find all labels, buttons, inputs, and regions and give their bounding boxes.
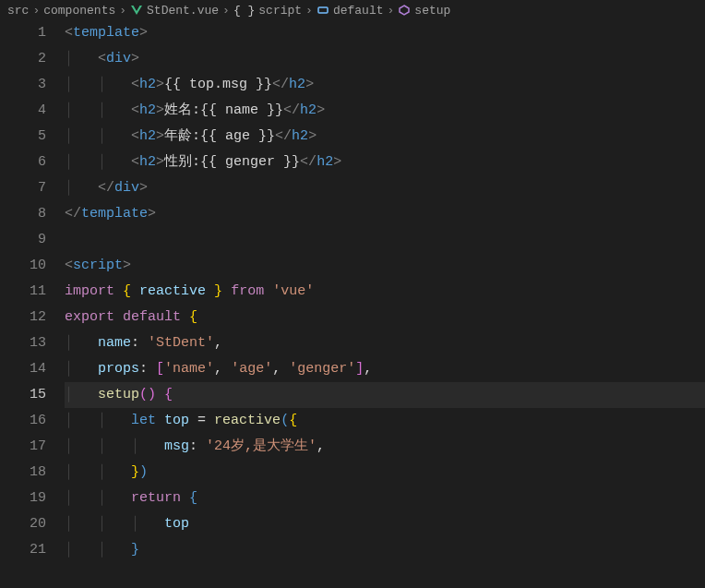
line-number: 11 bbox=[0, 279, 46, 305]
line-number: 18 bbox=[0, 460, 46, 486]
method-icon bbox=[398, 4, 411, 17]
code-line[interactable]: │ </div> bbox=[65, 175, 705, 201]
line-number: 12 bbox=[0, 305, 46, 330]
code-line[interactable]: <script> bbox=[65, 253, 705, 279]
code-line[interactable]: │ │ } bbox=[65, 537, 705, 563]
line-number: 15 bbox=[0, 382, 46, 408]
line-gutter: 1 2 3 4 5 6 7 8 9 10 11 12 13 14 15 16 1… bbox=[0, 20, 65, 588]
chevron-right-icon: › bbox=[222, 4, 230, 18]
chevron-right-icon: › bbox=[388, 4, 395, 18]
line-number: 21 bbox=[0, 537, 46, 563]
line-number: 1 bbox=[0, 20, 46, 46]
line-number: 5 bbox=[0, 124, 46, 150]
code-line[interactable]: │ <div> bbox=[65, 46, 705, 72]
symbol-icon bbox=[317, 4, 329, 17]
line-number: 13 bbox=[0, 330, 46, 356]
code-area[interactable]: <template> │ <div> │ │ <h2>{{ top.msg }}… bbox=[65, 20, 705, 588]
line-number: 16 bbox=[0, 408, 46, 434]
breadcrumb[interactable]: src › components › StDent.vue › { } scri… bbox=[0, 0, 705, 20]
breadcrumb-item[interactable]: StDent.vue bbox=[147, 4, 219, 18]
line-number: 14 bbox=[0, 356, 46, 382]
code-line[interactable]: │ │ let top = reactive({ bbox=[65, 408, 705, 434]
code-line[interactable]: │ │ return { bbox=[65, 486, 705, 511]
code-line[interactable]: export default { bbox=[65, 305, 705, 330]
code-line[interactable]: │ │ │ top bbox=[65, 511, 705, 537]
line-number: 17 bbox=[0, 434, 46, 460]
breadcrumb-item[interactable]: script bbox=[258, 4, 302, 18]
line-number: 10 bbox=[0, 253, 46, 279]
breadcrumb-item[interactable]: default bbox=[333, 4, 384, 18]
code-line[interactable]: import { reactive } from 'vue' bbox=[65, 279, 705, 305]
code-line[interactable]: │ │ <h2>年龄:{{ age }}</h2> bbox=[65, 124, 705, 150]
vue-icon bbox=[130, 4, 143, 17]
line-number: 4 bbox=[0, 98, 46, 124]
line-number: 2 bbox=[0, 46, 46, 72]
breadcrumb-item[interactable]: components bbox=[43, 4, 115, 18]
code-line[interactable]: <template> bbox=[65, 20, 705, 46]
line-number: 20 bbox=[0, 511, 46, 537]
code-line[interactable]: │ │ <h2>性别:{{ genger }}</h2> bbox=[65, 150, 705, 175]
code-line[interactable] bbox=[65, 227, 705, 253]
code-line[interactable]: │ │ }) bbox=[65, 460, 705, 486]
line-number: 7 bbox=[0, 175, 46, 201]
line-number: 8 bbox=[0, 201, 46, 227]
chevron-right-icon: › bbox=[119, 4, 126, 18]
line-number: 9 bbox=[0, 227, 46, 253]
line-number: 6 bbox=[0, 150, 46, 175]
code-line[interactable]: │ │ <h2>姓名:{{ name }}</h2> bbox=[65, 98, 705, 124]
breadcrumb-item[interactable]: setup bbox=[414, 4, 450, 18]
code-line[interactable]: │ │ <h2>{{ top.msg }}</h2> bbox=[65, 72, 705, 98]
line-number: 3 bbox=[0, 72, 46, 98]
code-line[interactable]: │ │ │ msg: '24岁,是大学生', bbox=[65, 434, 705, 460]
line-number: 19 bbox=[0, 486, 46, 511]
chevron-right-icon: › bbox=[32, 4, 40, 18]
code-editor[interactable]: 1 2 3 4 5 6 7 8 9 10 11 12 13 14 15 16 1… bbox=[0, 20, 705, 588]
code-line[interactable]: │ name: 'StDent', bbox=[65, 330, 705, 356]
breadcrumb-item[interactable]: src bbox=[7, 4, 29, 18]
braces-icon: { } bbox=[233, 4, 255, 18]
code-line[interactable]: </template> bbox=[65, 201, 705, 227]
code-line[interactable]: │ setup() { bbox=[65, 382, 705, 408]
chevron-right-icon: › bbox=[305, 4, 313, 18]
code-line[interactable]: │ props: ['name', 'age', 'genger'], bbox=[65, 356, 705, 382]
svg-rect-0 bbox=[318, 7, 328, 13]
